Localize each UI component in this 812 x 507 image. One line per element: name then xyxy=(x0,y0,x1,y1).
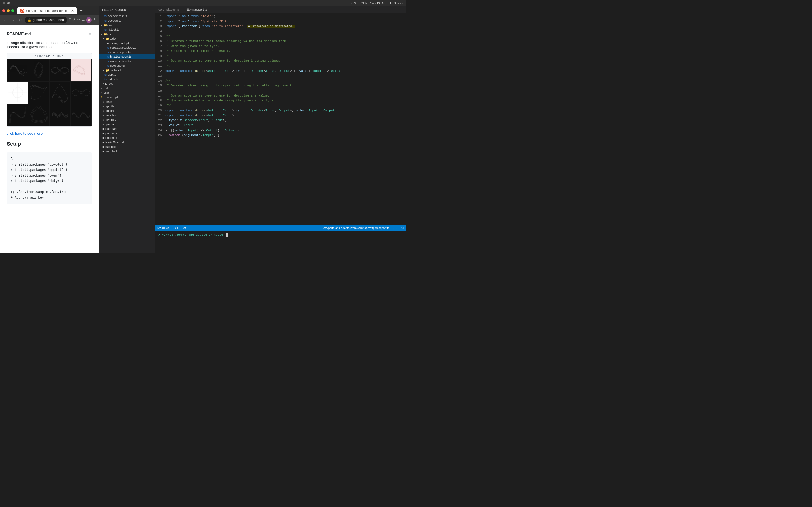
status-mode: NvimTree xyxy=(157,226,169,230)
dot-file-icon: ● xyxy=(101,114,105,117)
file-http-transport[interactable]: ts http.transport.ts xyxy=(99,54,155,59)
file-eslint[interactable]: ● .eslintr xyxy=(99,100,155,104)
reload-button[interactable]: ↻ xyxy=(17,17,23,23)
ts-file-icon: ts xyxy=(103,19,108,22)
dot-file-icon: ● xyxy=(101,105,105,108)
folder-test[interactable]: test xyxy=(99,86,155,91)
code-row-22: 22 type: t.Decoder<Input, Output>, xyxy=(155,118,406,123)
breadcrumb-active: http.transport.ts xyxy=(186,8,207,11)
date-display: Sun 19 Dec xyxy=(370,1,386,5)
attractor-cell-8 xyxy=(70,81,92,104)
code-row-8: 8 * returning the reflecting result. xyxy=(155,49,406,54)
file-usecase[interactable]: ts usecase.ts xyxy=(99,63,155,68)
terminal-path: λ ~/vloth/ports-and-adapters/ xyxy=(158,233,213,237)
code-view[interactable]: 1 import * as t from 'io-ts'; 2 import *… xyxy=(155,13,406,225)
browser-chrome: vloth/bird: strange attractors c... ✕ + … xyxy=(0,6,99,25)
file-gitignore[interactable]: ● .gitigno xyxy=(99,108,155,113)
code-row-12: 12 export function decode<Output, Input>… xyxy=(155,69,406,74)
file-icon: ■ xyxy=(101,127,105,130)
code-line-2: > install.packages("ggplot2") xyxy=(11,167,88,173)
dot-file-icon: ● xyxy=(101,118,105,121)
edit-icon[interactable]: ✏ xyxy=(89,32,92,36)
file-index[interactable]: ts index.ts xyxy=(99,77,155,81)
file-decode-test[interactable]: ts decode.test.ts xyxy=(99,14,155,18)
extensions-icon[interactable]: ⚯ xyxy=(77,17,80,23)
user-avatar[interactable]: 🐶 xyxy=(86,17,92,23)
back-button[interactable]: ← xyxy=(2,17,8,23)
attractor-cell-1 xyxy=(7,59,28,81)
system-bar-left:  ⌘ xyxy=(3,1,10,5)
share-icon[interactable]: ⇧ xyxy=(68,17,71,23)
code-line-1: > install.packages("cowplot") xyxy=(11,162,88,168)
github-favicon xyxy=(20,9,24,13)
breadcrumb-left: core.adapter.ts xyxy=(158,8,179,11)
code-row-7: 7 * with the given io-ts type, xyxy=(155,44,406,49)
file-tsconfig[interactable]: ■ tsconfig xyxy=(99,145,155,149)
code-padding xyxy=(155,138,406,194)
address-bar: ← → ↻ 🔒 github.com/vloth/bird ⇧ ★ ⚯ ☰ 🐶 … xyxy=(0,15,99,25)
file-nycrc[interactable]: ● .nycrc.y xyxy=(99,117,155,122)
new-tab-button[interactable]: + xyxy=(78,7,85,14)
file-explorer: File Explorer ts decode.test.ts ts decod… xyxy=(99,6,155,253)
file-id-test[interactable]: ts id.test.ts xyxy=(99,27,155,32)
file-yarn[interactable]: ■ yarn.lock xyxy=(99,149,155,154)
folder-arrow-icon xyxy=(101,33,102,36)
code-line-7: # Add owm api key xyxy=(11,195,88,201)
status-position: 20,1 xyxy=(173,226,178,230)
dot-file-icon: ● xyxy=(101,123,105,126)
status-scroll: Bot xyxy=(182,226,186,230)
file-icon: ■ xyxy=(105,42,110,45)
attractor-cell-4 xyxy=(70,59,92,81)
file-readme[interactable]: ■ README.md xyxy=(99,140,155,145)
folder-protocol[interactable]: 📁 protocol xyxy=(99,68,155,72)
menu-icon[interactable]: ⋮ xyxy=(93,17,96,23)
folder-env[interactable]: 📁 env xyxy=(99,23,155,27)
file-mocharc[interactable]: ● .mocharc xyxy=(99,113,155,117)
code-row-19: 19 */ xyxy=(155,103,406,108)
status-bar: NvimTree 20,1 Bot ~loth/ports-and-adapte… xyxy=(155,225,406,231)
folder-arrow-icon xyxy=(101,87,102,90)
maximize-window-button[interactable] xyxy=(11,9,14,12)
folder-todo[interactable]: 📁 todo xyxy=(99,36,155,41)
file-app[interactable]: ts app.ts xyxy=(99,72,155,77)
see-more-link[interactable]: click here to see more xyxy=(7,131,92,135)
folder-types[interactable]: types xyxy=(99,91,155,95)
reading-list-icon[interactable]: ☰ xyxy=(82,17,85,23)
terminal: λ ~/vloth/ports-and-adapters/ master xyxy=(155,231,406,253)
forward-button[interactable]: → xyxy=(10,17,16,23)
status-left: NvimTree 20,1 Bot xyxy=(157,226,186,230)
readme-subtitle: strange attractors created based on 3h w… xyxy=(7,41,92,49)
attractor-cell-10 xyxy=(28,104,49,126)
bookmark-icon[interactable]: ★ xyxy=(73,17,76,23)
attractor-grid xyxy=(7,59,92,126)
terminal-prompt: λ ~/vloth/ports-and-adapters/ master xyxy=(158,233,403,237)
file-env-sample[interactable]: ? .env.sampl xyxy=(99,95,155,100)
close-window-button[interactable] xyxy=(2,9,5,12)
file-explorer-header: File Explorer xyxy=(99,6,155,14)
browser-tab[interactable]: vloth/bird: strange attractors c... ✕ xyxy=(17,7,77,14)
file-icon: ■ xyxy=(101,132,105,135)
folder-lifecy[interactable]: Lifecy xyxy=(99,81,155,86)
code-editor: core.adapter.ts │ http.transport.ts 1 im… xyxy=(155,6,406,253)
tab-close-button[interactable]: ✕ xyxy=(71,9,74,13)
ts-file-icon: ts xyxy=(105,46,110,49)
minimize-window-button[interactable] xyxy=(7,9,10,12)
file-gitattr[interactable]: ● .gitattr xyxy=(99,104,155,108)
file-package[interactable]: ■ package. xyxy=(99,131,155,135)
file-database[interactable]: ■ database xyxy=(99,126,155,131)
folder-icon: 📁 xyxy=(103,33,107,36)
tab-title: vloth/bird: strange attractors c... xyxy=(26,9,69,12)
file-pgconfig[interactable]: ■ pgconfig xyxy=(99,135,155,140)
file-core-adapter[interactable]: ts core.adapter.ts xyxy=(99,50,155,54)
file-decode[interactable]: ts decode.ts xyxy=(99,18,155,23)
ts-file-icon: ts xyxy=(105,60,110,63)
code-row-13: 13 xyxy=(155,73,406,78)
file-core-adapter-test[interactable]: ts core.adapter.test.ts xyxy=(99,45,155,50)
folder-arrow-icon xyxy=(103,82,105,85)
ts-file-icon: ts xyxy=(103,28,108,31)
file-usecase-test[interactable]: ts usecase.test.ts xyxy=(99,59,155,63)
file-prettie[interactable]: ● .prettie xyxy=(99,122,155,126)
file-storage-adapter[interactable]: ■ storage.adapter xyxy=(99,41,155,45)
url-box[interactable]: 🔒 github.com/vloth/bird xyxy=(25,17,67,23)
folder-core[interactable]: 📁 core xyxy=(99,32,155,36)
